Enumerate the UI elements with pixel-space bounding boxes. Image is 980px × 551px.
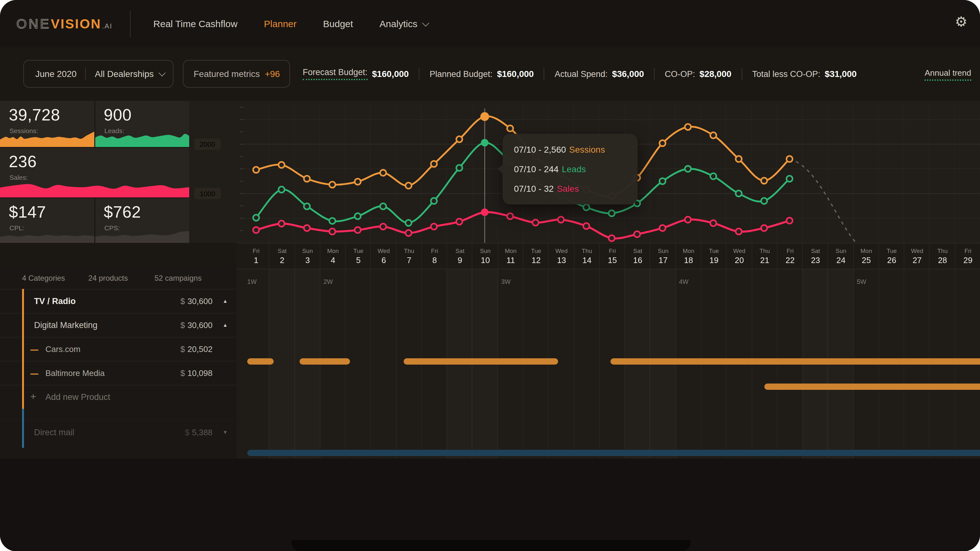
day-number: 13 [549,255,574,265]
cars-com-bar[interactable] [403,358,558,365]
cars-com-bar[interactable] [247,358,274,365]
logo-vision: VISION [51,16,101,31]
category-row-add-new-product[interactable]: +Add new Product [0,385,237,409]
svg-text:2000: 2000 [200,140,215,148]
sub-item-dash-icon [30,349,38,351]
sparkline [95,228,189,243]
day-name: Sat [270,247,295,254]
week-label-3w: 3W [501,278,511,285]
cars-com-bar[interactable] [611,358,980,365]
count-0: 4 Categories [22,274,65,283]
expand-arrow-icon[interactable]: ▼ [223,430,228,435]
stat-value: $160,000 [497,69,534,79]
day-cell-14: Thu14 [574,244,600,269]
day-cell-19: Tue19 [701,244,727,269]
nav-item-analytics[interactable]: Analytics [380,18,428,29]
category-amount: $30,600 [180,320,213,330]
category-amount: $30,600 [180,296,213,306]
featured-metrics-button[interactable]: Featured metrics +96 [183,60,290,88]
dealership-value: All Dealerships [95,69,154,79]
day-number: 23 [803,255,828,265]
day-cell-22: Fri22 [777,244,803,269]
stat-label: CO-OP: [665,69,695,78]
stat-divider [741,68,742,80]
tooltip-date-value: 07/10 - 2,560 [514,145,566,154]
collapse-arrow-icon[interactable]: ▲ [223,298,228,304]
day-cell-7: Thu7 [396,244,422,269]
category-label: Cars.com [45,344,80,354]
tooltip-series-name: Leads [562,164,586,174]
logo-ai: .AI [102,22,112,29]
day-name: Sun [651,247,676,254]
metric-tile-sessions: 39,728Sessions: [0,101,94,147]
baltimore-media-bar[interactable] [764,384,980,390]
metric-tile-leads: 900Leads: [95,101,189,147]
nav-items: Real Time CashflowPlannerBudgetAnalytics [153,18,428,29]
day-cell-2: Sat2 [269,244,295,269]
currency-symbol: $ [185,428,189,437]
category-row-digital-marketing[interactable]: Digital Marketing$30,600▲ [0,313,237,337]
count-2: 52 campaigns [154,274,202,283]
day-name: Wed [549,247,574,254]
tooltip-row: 07/10 - 244Leads [514,159,638,179]
cars-com-bar[interactable] [299,358,350,365]
tooltip-date-value: 07/10 - 32 [514,183,554,194]
day-number: 4 [320,255,346,265]
budget-stats: Forecast Budget:$160,000Planned Budget:$… [303,60,857,88]
day-name: Sun [473,247,498,254]
category-label: Add new Product [45,392,110,402]
stat: Actual Spend:$36,000 [555,69,644,79]
day-number: 26 [879,255,905,265]
category-row-cars-com[interactable]: Cars.com$20,502 [0,337,237,361]
stat-label: Total less CO-OP: [752,69,821,78]
stat-label: Forecast Budget: [303,67,368,80]
day-cell-27: Wed27 [904,244,930,269]
nav-item-budget[interactable]: Budget [323,18,353,29]
category-row-baltimore-media[interactable]: Baltimore Media$10,098 [0,361,237,385]
day-name: Sun [295,247,320,254]
sparkline [95,131,189,147]
period-dealership-selector[interactable]: June 2020 All Dealerships [23,60,173,88]
app-card: ONEVISION.AI Real Time CashflowPlannerBu… [0,0,980,551]
nav-item-real-time-cashflow[interactable]: Real Time Cashflow [153,18,237,29]
category-row-direct-mail[interactable]: Direct mail$5,388▼ [0,420,237,444]
top-nav: ONEVISION.AI Real Time CashflowPlannerBu… [0,0,980,47]
day-cell-21: Thu21 [751,244,778,269]
amount-value: 30,600 [187,320,213,330]
day-cell-11: Mon11 [498,244,524,269]
day-name: Wed [371,247,397,254]
category-row-tv-radio[interactable]: TV / Radio$30,600▲ [0,289,237,313]
metric-tiles: 39,728Sessions:900Leads:236Sales:$147CPL… [0,101,189,243]
day-cell-15: Fri15 [599,244,625,269]
stat: Forecast Budget:$160,000 [303,67,409,80]
pill-divider [86,67,86,80]
direct-mail-bar[interactable] [247,450,980,456]
tooltip-series-name: Sessions [569,145,605,154]
stat-value: $36,000 [612,69,644,79]
collapse-arrow-icon[interactable]: ▲ [223,322,228,328]
stat-value: $31,000 [825,69,857,79]
metric-value: 39,728 [9,105,60,125]
day-cell-24: Sun24 [828,244,854,269]
day-name: Thu [752,247,778,254]
annual-trend-link[interactable]: Annual trend [925,68,971,81]
day-cell-13: Wed13 [548,244,574,269]
day-name: Fri [422,247,447,254]
day-number: 14 [574,255,600,265]
day-name: Sat [803,247,828,254]
svg-text:1000: 1000 [200,190,215,198]
tooltip-date-value: 07/10 - 244 [514,164,559,174]
nav-item-planner[interactable]: Planner [264,18,296,29]
nav-item-label: Planner [264,18,296,29]
day-number: 21 [752,255,778,265]
sparkline [0,178,189,197]
stat-divider [419,68,419,80]
day-name: Sat [625,247,651,254]
gear-icon[interactable]: ⚙ [955,15,967,29]
orange-accent-bar [22,289,24,409]
day-axis: Fri1Sat2Sun3Mon4Tue5Wed6Thu7Fri8Sat9Sun1… [237,243,980,269]
stat-value: $160,000 [372,69,409,79]
day-number: 18 [676,255,701,265]
day-name: Fri [243,247,269,254]
bottom-strip [291,540,690,551]
